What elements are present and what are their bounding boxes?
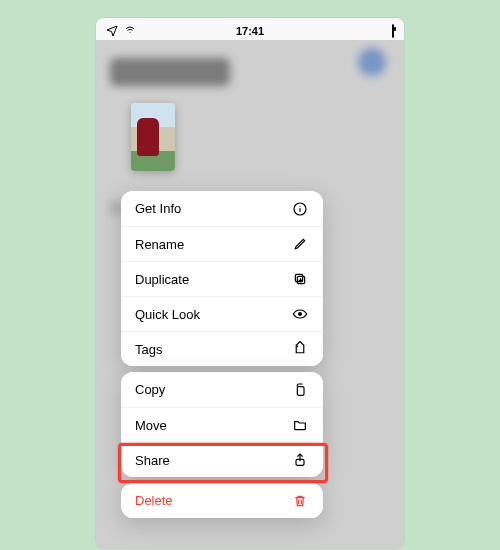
menu-item-label: Rename <box>135 237 184 252</box>
menu-item-get-info[interactable]: Get Info <box>121 191 323 226</box>
svg-rect-10 <box>297 386 304 395</box>
duplicate-icon <box>291 270 309 288</box>
menu-item-label: Tags <box>135 342 162 357</box>
eye-icon <box>291 305 309 323</box>
status-time: 17:41 <box>96 25 404 37</box>
status-left <box>106 24 136 38</box>
menu-item-copy[interactable]: Copy <box>121 372 323 407</box>
menu-item-rename[interactable]: Rename <box>121 226 323 261</box>
svg-point-8 <box>298 312 302 316</box>
phone-screen: 17:41 Get Info Rename <box>96 18 404 548</box>
menu-item-label: Delete <box>135 493 173 508</box>
menu-item-label: Get Info <box>135 201 181 216</box>
menu-item-label: Share <box>135 453 170 468</box>
airplane-mode-icon <box>106 24 118 38</box>
share-icon <box>291 451 309 469</box>
menu-item-move[interactable]: Move <box>121 407 323 442</box>
menu-group-1: Get Info Rename Duplicate Quick Look <box>121 191 323 366</box>
pencil-icon <box>291 235 309 253</box>
copy-icon <box>291 381 309 399</box>
tag-icon <box>291 340 309 358</box>
trash-icon <box>291 492 309 510</box>
menu-item-label: Quick Look <box>135 307 200 322</box>
menu-item-tags[interactable]: Tags <box>121 331 323 366</box>
selected-file-thumbnail[interactable] <box>131 103 175 171</box>
svg-point-0 <box>130 32 131 33</box>
menu-item-delete[interactable]: Delete <box>121 483 323 518</box>
svg-point-3 <box>299 205 300 206</box>
menu-item-quick-look[interactable]: Quick Look <box>121 296 323 331</box>
menu-item-duplicate[interactable]: Duplicate <box>121 261 323 296</box>
info-icon <box>291 200 309 218</box>
status-right <box>392 25 394 37</box>
svg-point-9 <box>296 345 298 347</box>
menu-group-3: Delete <box>121 483 323 518</box>
folder-icon <box>291 416 309 434</box>
battery-icon <box>392 25 394 37</box>
context-menu: Get Info Rename Duplicate Quick Look <box>121 191 323 518</box>
menu-item-share[interactable]: Share <box>121 442 323 477</box>
menu-item-label: Move <box>135 418 167 433</box>
menu-item-label: Duplicate <box>135 272 189 287</box>
wifi-icon <box>124 24 136 38</box>
status-bar: 17:41 <box>96 18 404 40</box>
menu-item-label: Copy <box>135 382 165 397</box>
menu-group-2: Copy Move Share <box>121 372 323 477</box>
